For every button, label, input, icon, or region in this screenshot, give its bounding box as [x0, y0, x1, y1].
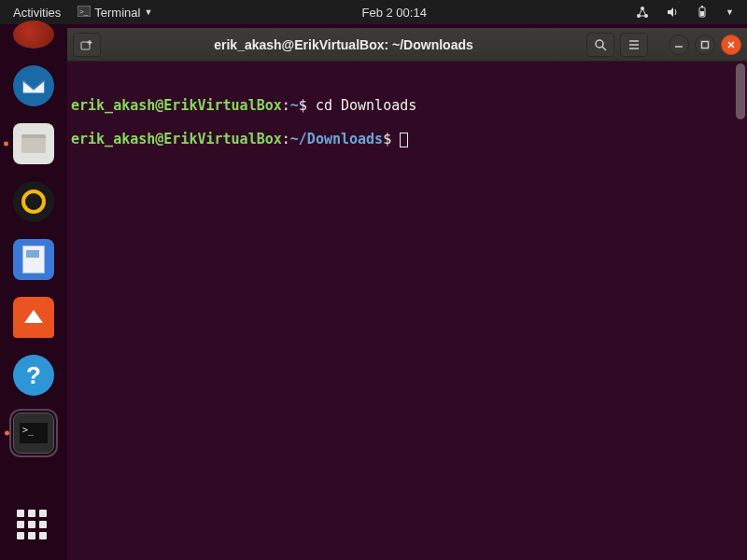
shopping-bag-icon: [24, 310, 43, 323]
terminal-line: erik_akash@ErikVirtualBox:~/Downloads$: [71, 131, 743, 147]
terminal-line: erik_akash@ErikVirtualBox:~$ cd Download…: [71, 97, 743, 114]
dock: ? >_: [0, 24, 67, 560]
show-applications-button[interactable]: [17, 510, 50, 543]
chevron-down-icon: ▼: [144, 7, 152, 17]
dock-terminal[interactable]: >_: [13, 413, 54, 454]
new-tab-icon: [80, 38, 93, 51]
help-icon: ?: [26, 361, 41, 390]
svg-rect-7: [701, 6, 703, 7]
maximize-button[interactable]: [695, 35, 715, 55]
volume-icon[interactable]: [660, 4, 684, 21]
network-icon[interactable]: [630, 4, 655, 21]
running-indicator: [5, 431, 9, 436]
app-menu-label: Terminal: [94, 6, 140, 20]
document-icon: [22, 245, 45, 273]
svg-text:>_: >_: [79, 7, 89, 16]
window-title: erik_akash@ErikVirtualBox: ~/Downloads: [106, 37, 581, 52]
hamburger-icon: [627, 38, 641, 51]
text-cursor: [400, 133, 408, 147]
hamburger-menu-button[interactable]: [620, 33, 648, 57]
gnome-topbar: Activities >_ Terminal ▼ Feb 2 00:14 ▼: [0, 0, 747, 24]
svg-rect-6: [700, 11, 704, 16]
terminal-icon: >_: [20, 423, 48, 443]
battery-icon[interactable]: [690, 4, 714, 21]
dock-files[interactable]: [13, 123, 54, 164]
terminal-window: erik_akash@ErikVirtualBox: ~/Downloads e…: [67, 28, 747, 560]
close-icon: [726, 40, 736, 49]
close-button[interactable]: [721, 35, 741, 55]
dock-thunderbird[interactable]: [13, 65, 54, 106]
new-tab-button[interactable]: [73, 33, 101, 57]
system-menu-chevron[interactable]: ▼: [720, 6, 740, 19]
dock-firefox[interactable]: [13, 21, 54, 49]
minimize-button[interactable]: [669, 35, 689, 55]
dock-libreoffice-writer[interactable]: [13, 239, 54, 280]
svg-point-9: [596, 40, 603, 48]
dock-rhythmbox[interactable]: [13, 181, 54, 222]
svg-rect-10: [702, 41, 709, 48]
terminal-viewport[interactable]: erik_akash@ErikVirtualBox:~$ cd Download…: [67, 62, 747, 560]
search-button[interactable]: [586, 33, 614, 57]
scrollbar-thumb[interactable]: [736, 63, 745, 119]
maximize-icon: [700, 40, 710, 49]
running-indicator: [4, 142, 8, 147]
thunderbird-icon: [20, 72, 48, 100]
minimize-icon: [674, 40, 684, 49]
folder-icon: [21, 134, 46, 153]
activities-button[interactable]: Activities: [7, 4, 66, 21]
dock-help[interactable]: ?: [13, 355, 54, 396]
window-titlebar[interactable]: erik_akash@ErikVirtualBox: ~/Downloads: [67, 28, 747, 62]
clock[interactable]: Feb 2 00:14: [158, 6, 630, 20]
dock-ubuntu-software[interactable]: [13, 297, 54, 338]
app-menu[interactable]: >_ Terminal ▼: [72, 4, 158, 21]
chevron-down-icon: ▼: [726, 7, 734, 17]
terminal-icon: >_: [78, 6, 91, 20]
search-icon: [594, 38, 607, 51]
